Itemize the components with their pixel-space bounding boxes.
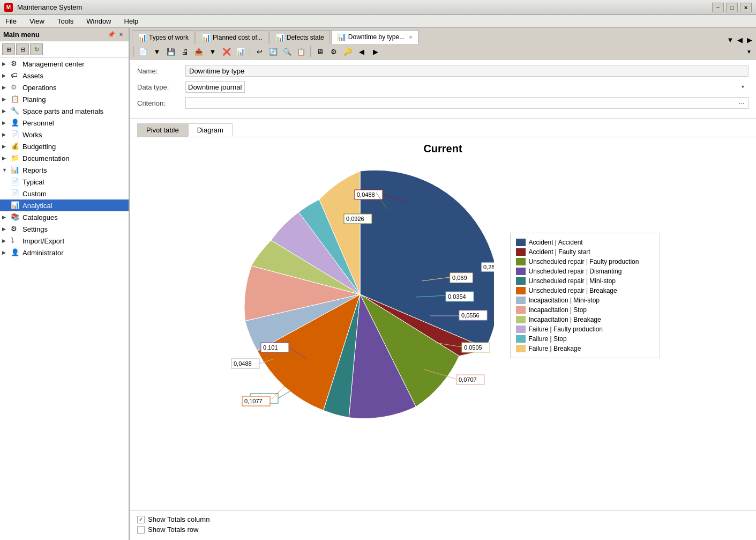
sidebar-item-label: Typical bbox=[23, 178, 44, 186]
arrow-icon: ▶ bbox=[2, 132, 11, 137]
datatype-select[interactable]: Downtime journal bbox=[185, 81, 245, 93]
title-bar-controls: − □ × bbox=[712, 3, 752, 12]
menu-tools[interactable]: Tools bbox=[54, 16, 77, 26]
svg-text:0,0488: 0,0488 bbox=[357, 191, 375, 198]
sidebar-item-personnel[interactable]: ▶ 👤 Personnel bbox=[0, 117, 129, 129]
forward-button[interactable]: ▶ bbox=[369, 46, 382, 57]
settings-icon: ⚙ bbox=[11, 225, 20, 233]
undo-button[interactable]: ↩ bbox=[253, 46, 266, 57]
spaceparts-icon: 🔧 bbox=[11, 107, 20, 115]
tabs-next-icon[interactable]: ▶ bbox=[745, 35, 754, 44]
export-dropdown-button[interactable]: ▼ bbox=[206, 46, 219, 57]
legend-label: Incapacitation | Mini-stop bbox=[529, 297, 600, 304]
typical-icon: 📄 bbox=[11, 177, 20, 186]
tab-icon: 📊 bbox=[275, 33, 285, 42]
svg-text:0,069: 0,069 bbox=[452, 275, 467, 281]
name-input[interactable] bbox=[185, 65, 748, 77]
chart-button[interactable]: 📊 bbox=[234, 46, 247, 57]
sidebar-item-space-parts[interactable]: ▶ 🔧 Space parts and materials bbox=[0, 105, 129, 117]
toolbar: 📄 ▼ 💾 🖨 📤 ▼ ❌ 📊 ↩ 🔄 🔍 📋 🖥 ⚙ 🔑 ◀ ▶ ▼ bbox=[130, 44, 756, 60]
svg-text:0,0707: 0,0707 bbox=[459, 376, 477, 383]
legend-swatch bbox=[516, 297, 526, 304]
menu-help[interactable]: Help bbox=[121, 16, 142, 26]
legend-label: Incapacitation | Breakage bbox=[529, 316, 601, 323]
legend-swatch bbox=[516, 335, 526, 343]
copy-button[interactable]: 📋 bbox=[295, 46, 308, 57]
tab-close-icon[interactable]: × bbox=[409, 34, 412, 40]
sidebar-item-settings[interactable]: ▶ ⚙ Settings bbox=[0, 223, 129, 235]
minimize-button[interactable]: − bbox=[712, 3, 724, 12]
tab-label: Downtime by type... bbox=[348, 33, 405, 41]
sidebar-item-administrator[interactable]: ▶ 👤 Administrator bbox=[0, 247, 129, 258]
sidebar-header-icons: 📌 × bbox=[107, 30, 125, 39]
refresh-button[interactable]: 🔄 bbox=[267, 46, 280, 57]
expand-all-button[interactable]: ⊞ bbox=[2, 43, 15, 55]
tab-downtime-by-type[interactable]: 📊 Downtime by type... × bbox=[331, 30, 418, 44]
toolbar-overflow-button[interactable]: ▼ bbox=[746, 49, 754, 55]
sidebar-item-reports[interactable]: ▼ 📊 Reports bbox=[0, 164, 129, 176]
back-button[interactable]: ◀ bbox=[355, 46, 368, 57]
gear-button[interactable]: ⚙ bbox=[327, 46, 340, 57]
sidebar-item-assets[interactable]: ▶ 🏷 Assets bbox=[0, 70, 129, 82]
maximize-button[interactable]: □ bbox=[726, 3, 738, 12]
sidebar-item-custom[interactable]: 📄 Custom bbox=[0, 188, 129, 199]
arrow-icon: ▶ bbox=[2, 214, 11, 220]
sidebar-item-planing[interactable]: ▶ 📋 Planing bbox=[0, 93, 129, 105]
content-area: 📊 Types of work 📊 Planned cost of... 📊 D… bbox=[130, 28, 756, 540]
chart-legend: Accident | Accident Accident | Faulty st… bbox=[510, 233, 660, 358]
svg-text:0,0556: 0,0556 bbox=[461, 312, 480, 319]
show-totals-column-checkbox[interactable]: ✓ bbox=[137, 516, 145, 523]
search-button[interactable]: 🔍 bbox=[281, 46, 294, 57]
tabs-dropdown-icon[interactable]: ▼ bbox=[726, 35, 735, 44]
sub-tab-pivot-table[interactable]: Pivot table bbox=[137, 123, 188, 137]
app-icon: M bbox=[4, 3, 13, 12]
tab-defects-state[interactable]: 📊 Defects state bbox=[270, 30, 330, 44]
new-dropdown-button[interactable]: ▼ bbox=[151, 46, 163, 57]
sub-tab-diagram[interactable]: Diagram bbox=[188, 123, 233, 137]
tab-planned-cost[interactable]: 📊 Planned cost of... bbox=[196, 30, 268, 44]
sidebar-item-analytical[interactable]: 📊 Analytical bbox=[0, 199, 129, 211]
legend-item: Incapacitation | Stop bbox=[516, 306, 654, 314]
menu-file[interactable]: File bbox=[2, 16, 20, 26]
collapse-all-button[interactable]: ⊟ bbox=[16, 43, 29, 55]
pie-svg: 0,2845 0,0488 0,0926 0,101 bbox=[226, 160, 494, 428]
tabs-prev-icon[interactable]: ◀ bbox=[736, 35, 744, 44]
export-button[interactable]: 📤 bbox=[192, 46, 205, 57]
svg-text:0,101: 0,101 bbox=[263, 344, 278, 351]
sidebar-item-budgetting[interactable]: ▶ 💰 Budgetting bbox=[0, 140, 129, 152]
planing-icon: 📋 bbox=[11, 95, 20, 103]
save-button[interactable]: 💾 bbox=[164, 46, 177, 57]
menu-view[interactable]: View bbox=[26, 16, 48, 26]
tab-types-of-work[interactable]: 📊 Types of work bbox=[132, 30, 194, 44]
sidebar-item-works[interactable]: ▶ 📄 Works bbox=[0, 129, 129, 140]
sidebar-item-typical[interactable]: 📄 Typical bbox=[0, 176, 129, 188]
menu-window[interactable]: Window bbox=[83, 16, 114, 26]
toolbar-separator bbox=[250, 46, 250, 57]
datatype-select-wrap: Downtime journal bbox=[185, 81, 748, 93]
chart-container: 0,2845 0,0488 0,0926 0,101 bbox=[135, 160, 751, 430]
print-button[interactable]: 🖨 bbox=[178, 46, 191, 57]
legend-label: Unscheduled repair | Breakage bbox=[529, 287, 617, 294]
name-row: Name: bbox=[137, 65, 748, 77]
arrow-icon: ▶ bbox=[2, 85, 11, 90]
title-bar-left: M Maintenance System bbox=[4, 3, 82, 12]
sidebar-item-catalogues[interactable]: ▶ 📚 Catalogues bbox=[0, 211, 129, 223]
criterion-input[interactable]: ··· bbox=[185, 97, 748, 109]
sidebar-item-management[interactable]: ▶ ⚙ Management center bbox=[0, 58, 129, 70]
sidebar-item-operations[interactable]: ▶ ⚙ Operations bbox=[0, 82, 129, 93]
monitor-button[interactable]: 🖥 bbox=[313, 46, 326, 57]
close-button[interactable]: × bbox=[740, 3, 752, 12]
sidebar-item-label: Planing bbox=[23, 95, 46, 103]
refresh-button[interactable]: ↻ bbox=[30, 43, 43, 55]
close-sidebar-icon[interactable]: × bbox=[117, 30, 125, 39]
sidebar-item-documentation[interactable]: ▶ 📁 Documentation bbox=[0, 152, 129, 164]
criterion-more-icon[interactable]: ··· bbox=[738, 99, 745, 107]
delete-button[interactable]: ❌ bbox=[220, 46, 233, 57]
toolbar-separator bbox=[310, 46, 311, 57]
sidebar-item-import-export[interactable]: ▶ ⤵ Import/Export bbox=[0, 235, 129, 247]
new-button[interactable]: 📄 bbox=[137, 46, 149, 57]
show-totals-row-checkbox[interactable] bbox=[137, 526, 145, 534]
pin-icon[interactable]: 📌 bbox=[107, 30, 116, 39]
key-button[interactable]: 🔑 bbox=[341, 46, 354, 57]
legend-swatch bbox=[516, 258, 526, 265]
